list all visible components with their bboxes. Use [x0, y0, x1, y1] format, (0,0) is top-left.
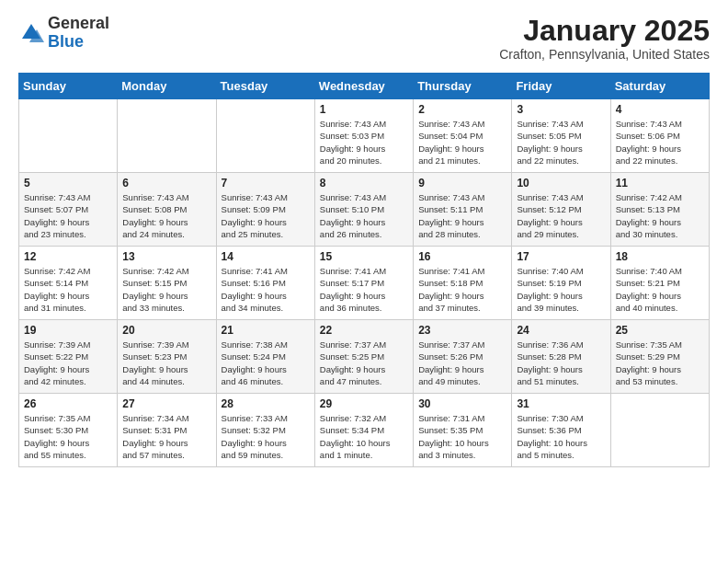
- day-info: Sunrise: 7:43 AM Sunset: 5:03 PM Dayligh…: [320, 118, 408, 167]
- calendar-cell: 10Sunrise: 7:43 AM Sunset: 5:12 PM Dayli…: [512, 173, 610, 247]
- calendar-week-5: 26Sunrise: 7:35 AM Sunset: 5:30 PM Dayli…: [19, 394, 710, 467]
- day-number: 9: [418, 177, 506, 190]
- calendar-cell: 18Sunrise: 7:40 AM Sunset: 5:21 PM Dayli…: [610, 247, 709, 320]
- day-info: Sunrise: 7:39 AM Sunset: 5:23 PM Dayligh…: [122, 339, 210, 387]
- calendar-cell: 6Sunrise: 7:43 AM Sunset: 5:08 PM Daylig…: [118, 173, 216, 247]
- day-info: Sunrise: 7:31 AM Sunset: 5:35 PM Dayligh…: [418, 412, 506, 461]
- logo-text: General Blue: [48, 15, 109, 52]
- calendar-cell: 27Sunrise: 7:34 AM Sunset: 5:31 PM Dayli…: [118, 394, 216, 467]
- day-info: Sunrise: 7:43 AM Sunset: 5:08 PM Dayligh…: [122, 191, 210, 240]
- day-number: 31: [517, 397, 605, 410]
- day-number: 6: [122, 177, 210, 190]
- location: Crafton, Pennsylvania, United States: [499, 47, 710, 62]
- day-number: 22: [320, 324, 408, 337]
- day-info: Sunrise: 7:42 AM Sunset: 5:14 PM Dayligh…: [24, 265, 112, 314]
- calendar-cell: 22Sunrise: 7:37 AM Sunset: 5:25 PM Dayli…: [314, 320, 413, 394]
- day-number: 16: [418, 250, 506, 263]
- col-thursday: Thursday: [414, 74, 512, 99]
- header-row: Sunday Monday Tuesday Wednesday Thursday…: [19, 74, 710, 99]
- day-info: Sunrise: 7:41 AM Sunset: 5:17 PM Dayligh…: [320, 265, 408, 314]
- calendar-cell: 29Sunrise: 7:32 AM Sunset: 5:34 PM Dayli…: [314, 394, 413, 467]
- day-info: Sunrise: 7:43 AM Sunset: 5:10 PM Dayligh…: [320, 191, 408, 240]
- calendar-cell: 21Sunrise: 7:38 AM Sunset: 5:24 PM Dayli…: [216, 320, 314, 394]
- calendar-week-2: 5Sunrise: 7:43 AM Sunset: 5:07 PM Daylig…: [19, 173, 710, 247]
- day-number: 15: [320, 250, 408, 263]
- day-number: 18: [616, 250, 704, 263]
- day-info: Sunrise: 7:35 AM Sunset: 5:29 PM Dayligh…: [616, 339, 704, 387]
- calendar-body: 1Sunrise: 7:43 AM Sunset: 5:03 PM Daylig…: [19, 99, 710, 467]
- day-info: Sunrise: 7:42 AM Sunset: 5:15 PM Dayligh…: [122, 265, 210, 314]
- day-info: Sunrise: 7:43 AM Sunset: 5:11 PM Dayligh…: [418, 191, 506, 240]
- day-number: 7: [222, 177, 310, 190]
- calendar-cell: 3Sunrise: 7:43 AM Sunset: 5:05 PM Daylig…: [512, 99, 610, 173]
- calendar-cell: [610, 394, 709, 467]
- col-sunday: Sunday: [19, 74, 118, 99]
- calendar-cell: 25Sunrise: 7:35 AM Sunset: 5:29 PM Dayli…: [610, 320, 709, 394]
- day-number: 14: [222, 250, 310, 263]
- calendar-cell: 26Sunrise: 7:35 AM Sunset: 5:30 PM Dayli…: [19, 394, 118, 467]
- calendar-week-3: 12Sunrise: 7:42 AM Sunset: 5:14 PM Dayli…: [19, 247, 710, 320]
- day-number: 24: [517, 324, 605, 337]
- logo-blue: Blue: [48, 32, 84, 51]
- page: General Blue January 2025 Crafton, Penns…: [0, 0, 728, 482]
- calendar-cell: [19, 99, 118, 173]
- col-friday: Friday: [512, 74, 610, 99]
- day-info: Sunrise: 7:38 AM Sunset: 5:24 PM Dayligh…: [222, 339, 310, 387]
- day-number: 21: [222, 324, 310, 337]
- calendar-cell: 31Sunrise: 7:30 AM Sunset: 5:36 PM Dayli…: [512, 394, 610, 467]
- day-info: Sunrise: 7:43 AM Sunset: 5:05 PM Dayligh…: [517, 118, 605, 167]
- calendar-cell: 17Sunrise: 7:40 AM Sunset: 5:19 PM Dayli…: [512, 247, 610, 320]
- calendar-cell: 2Sunrise: 7:43 AM Sunset: 5:04 PM Daylig…: [414, 99, 512, 173]
- calendar-cell: 13Sunrise: 7:42 AM Sunset: 5:15 PM Dayli…: [118, 247, 216, 320]
- day-info: Sunrise: 7:40 AM Sunset: 5:21 PM Dayligh…: [616, 265, 704, 314]
- day-info: Sunrise: 7:33 AM Sunset: 5:32 PM Dayligh…: [222, 412, 310, 461]
- day-number: 20: [122, 324, 210, 337]
- day-number: 27: [122, 397, 210, 410]
- day-info: Sunrise: 7:43 AM Sunset: 5:04 PM Dayligh…: [418, 118, 506, 167]
- calendar-cell: 5Sunrise: 7:43 AM Sunset: 5:07 PM Daylig…: [19, 173, 118, 247]
- logo-icon: [18, 20, 44, 46]
- calendar-cell: 7Sunrise: 7:43 AM Sunset: 5:09 PM Daylig…: [216, 173, 314, 247]
- day-info: Sunrise: 7:39 AM Sunset: 5:22 PM Dayligh…: [24, 339, 112, 387]
- day-number: 30: [418, 397, 506, 410]
- day-number: 10: [517, 177, 605, 190]
- calendar-cell: 4Sunrise: 7:43 AM Sunset: 5:06 PM Daylig…: [610, 99, 709, 173]
- calendar-cell: 16Sunrise: 7:41 AM Sunset: 5:18 PM Dayli…: [414, 247, 512, 320]
- calendar-cell: 28Sunrise: 7:33 AM Sunset: 5:32 PM Dayli…: [216, 394, 314, 467]
- day-info: Sunrise: 7:41 AM Sunset: 5:16 PM Dayligh…: [222, 265, 310, 314]
- day-info: Sunrise: 7:37 AM Sunset: 5:25 PM Dayligh…: [320, 339, 408, 387]
- day-number: 12: [24, 250, 112, 263]
- calendar-cell: 8Sunrise: 7:43 AM Sunset: 5:10 PM Daylig…: [314, 173, 413, 247]
- day-info: Sunrise: 7:43 AM Sunset: 5:06 PM Dayligh…: [616, 118, 704, 167]
- day-number: 17: [517, 250, 605, 263]
- day-info: Sunrise: 7:43 AM Sunset: 5:09 PM Dayligh…: [222, 191, 310, 240]
- day-info: Sunrise: 7:36 AM Sunset: 5:28 PM Dayligh…: [517, 339, 605, 387]
- day-number: 25: [616, 324, 704, 337]
- day-number: 13: [122, 250, 210, 263]
- calendar-cell: [216, 99, 314, 173]
- calendar-cell: 14Sunrise: 7:41 AM Sunset: 5:16 PM Dayli…: [216, 247, 314, 320]
- title-block: January 2025 Crafton, Pennsylvania, Unit…: [499, 15, 710, 62]
- day-info: Sunrise: 7:40 AM Sunset: 5:19 PM Dayligh…: [517, 265, 605, 314]
- day-number: 2: [418, 103, 506, 116]
- calendar-cell: 20Sunrise: 7:39 AM Sunset: 5:23 PM Dayli…: [118, 320, 216, 394]
- calendar-cell: 24Sunrise: 7:36 AM Sunset: 5:28 PM Dayli…: [512, 320, 610, 394]
- day-number: 3: [517, 103, 605, 116]
- logo-general: General: [48, 14, 109, 32]
- day-number: 29: [320, 397, 408, 410]
- calendar-cell: [118, 99, 216, 173]
- calendar-cell: 19Sunrise: 7:39 AM Sunset: 5:22 PM Dayli…: [19, 320, 118, 394]
- day-info: Sunrise: 7:37 AM Sunset: 5:26 PM Dayligh…: [418, 339, 506, 387]
- day-info: Sunrise: 7:34 AM Sunset: 5:31 PM Dayligh…: [122, 412, 210, 461]
- col-saturday: Saturday: [610, 74, 709, 99]
- day-info: Sunrise: 7:32 AM Sunset: 5:34 PM Dayligh…: [320, 412, 408, 461]
- calendar-week-1: 1Sunrise: 7:43 AM Sunset: 5:03 PM Daylig…: [19, 99, 710, 173]
- day-info: Sunrise: 7:43 AM Sunset: 5:07 PM Dayligh…: [24, 191, 112, 240]
- day-number: 1: [320, 103, 408, 116]
- logo: General Blue: [18, 15, 109, 52]
- day-number: 11: [616, 177, 704, 190]
- calendar-week-4: 19Sunrise: 7:39 AM Sunset: 5:22 PM Dayli…: [19, 320, 710, 394]
- calendar-cell: 9Sunrise: 7:43 AM Sunset: 5:11 PM Daylig…: [414, 173, 512, 247]
- day-info: Sunrise: 7:41 AM Sunset: 5:18 PM Dayligh…: [418, 265, 506, 314]
- day-info: Sunrise: 7:43 AM Sunset: 5:12 PM Dayligh…: [517, 191, 605, 240]
